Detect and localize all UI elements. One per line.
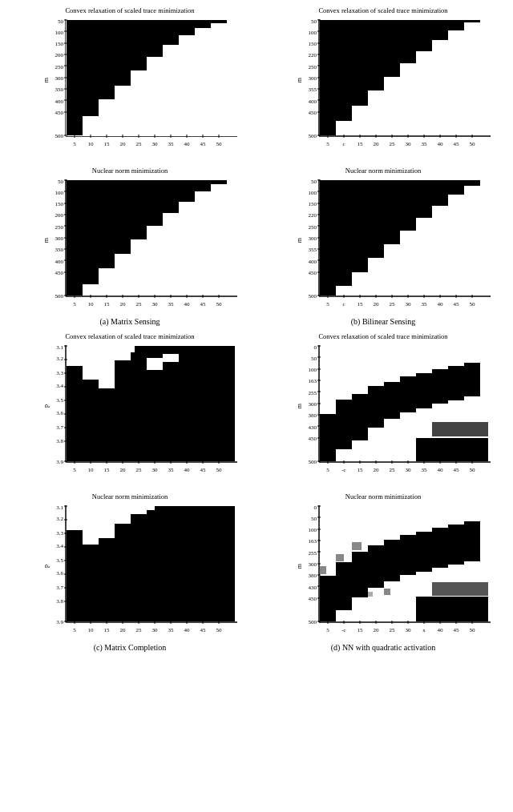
svg-rect-223 — [131, 346, 135, 352]
svg-text:35: 35 — [168, 141, 175, 147]
svg-text:m: m — [296, 563, 303, 569]
chart-a-bottom: 50 100 150 200 250 300 350 400 4 — [42, 176, 240, 311]
svg-rect-326 — [400, 376, 416, 412]
caption-b-label: (b) Bilinear Sensing — [351, 317, 416, 326]
svg-text:p: p — [42, 404, 50, 408]
svg-rect-222 — [115, 346, 131, 360]
svg-text:400: 400 — [309, 259, 317, 265]
svg-text:50: 50 — [216, 141, 223, 147]
svg-text:5: 5 — [73, 627, 76, 633]
svg-text:3.4: 3.4 — [56, 543, 63, 549]
svg-text:25: 25 — [390, 627, 396, 633]
svg-text:3.4: 3.4 — [56, 383, 63, 389]
svg-text:35: 35 — [168, 627, 175, 633]
svg-text:15: 15 — [357, 301, 364, 308]
svg-text:3.3: 3.3 — [56, 370, 63, 376]
svg-rect-378 — [320, 566, 326, 574]
svg-rect-168 — [384, 180, 400, 244]
svg-text:40: 40 — [184, 141, 191, 147]
svg-text:45: 45 — [200, 301, 207, 308]
svg-text:15: 15 — [357, 141, 364, 147]
svg-text:300: 300 — [309, 235, 317, 242]
svg-rect-387 — [432, 528, 448, 568]
panel-c: Convex relaxation of scaled trace minimi… — [3, 332, 256, 657]
svg-text:200: 200 — [55, 212, 64, 219]
svg-rect-62 — [147, 180, 163, 226]
svg-text:250: 250 — [309, 224, 317, 231]
panel-a: Convex relaxation of scaled trace minimi… — [3, 6, 256, 331]
panel-b-bottom-title: Nuclear norm minimization — [345, 167, 421, 175]
panel-d-bottom-title: Nuclear norm minimization — [345, 492, 421, 500]
svg-rect-331 — [416, 438, 488, 461]
svg-text:5: 5 — [326, 627, 329, 633]
svg-rect-66 — [211, 180, 227, 184]
svg-text:450: 450 — [309, 436, 317, 442]
svg-rect-166 — [352, 180, 368, 272]
svg-rect-271 — [83, 506, 99, 545]
svg-text:3.5: 3.5 — [56, 557, 63, 564]
svg-text:500: 500 — [309, 293, 317, 299]
svg-rect-171 — [432, 180, 448, 206]
top-row: Convex relaxation of scaled trace minimi… — [3, 6, 510, 331]
svg-text:40: 40 — [438, 627, 444, 633]
svg-text:200: 200 — [55, 52, 64, 58]
svg-text:45: 45 — [200, 467, 207, 473]
svg-text:25: 25 — [136, 301, 143, 308]
svg-text:430: 430 — [309, 585, 317, 591]
svg-text:3.6: 3.6 — [56, 570, 63, 577]
svg-text:m: m — [296, 403, 303, 408]
svg-text:3.5: 3.5 — [56, 397, 63, 404]
svg-text:c: c — [342, 301, 345, 308]
svg-text:250: 250 — [55, 64, 64, 70]
svg-text:20: 20 — [374, 627, 380, 633]
svg-text:3.9: 3.9 — [56, 619, 63, 625]
svg-text:15: 15 — [104, 301, 111, 308]
svg-text:45: 45 — [200, 627, 207, 633]
svg-rect-7 — [115, 20, 131, 86]
svg-text:25: 25 — [390, 467, 396, 473]
svg-text:500: 500 — [309, 619, 317, 625]
svg-text:150: 150 — [55, 201, 64, 207]
svg-text:3.2: 3.2 — [56, 356, 63, 362]
svg-text:400: 400 — [55, 98, 64, 105]
svg-rect-383 — [368, 545, 384, 588]
svg-rect-58 — [83, 180, 99, 284]
svg-rect-323 — [352, 394, 368, 440]
svg-rect-5 — [83, 20, 99, 116]
svg-text:30: 30 — [406, 467, 412, 473]
svg-text:255: 255 — [309, 550, 317, 557]
svg-text:40: 40 — [438, 141, 444, 147]
svg-text:3.1: 3.1 — [56, 344, 63, 351]
chart-a-top: 50 100 150 200 250 300 350 400 4 — [42, 16, 240, 151]
svg-rect-117 — [416, 20, 432, 51]
svg-text:40: 40 — [438, 467, 444, 473]
panel-a-top-title: Convex relaxation of scaled trace minimi… — [65, 6, 194, 14]
svg-text:40: 40 — [184, 627, 191, 633]
svg-text:450: 450 — [309, 270, 317, 276]
svg-text:100: 100 — [309, 30, 317, 36]
svg-rect-275 — [147, 506, 155, 510]
svg-rect-330 — [464, 363, 480, 396]
svg-rect-220 — [83, 346, 99, 380]
svg-rect-224 — [147, 358, 163, 370]
svg-text:3.7: 3.7 — [56, 585, 63, 591]
svg-text:20: 20 — [374, 301, 380, 308]
svg-text:350: 350 — [55, 247, 64, 253]
svg-text:20: 20 — [120, 141, 127, 147]
svg-text:430: 430 — [309, 424, 317, 431]
svg-text:50: 50 — [216, 301, 223, 308]
svg-text:10: 10 — [88, 301, 95, 308]
svg-rect-116 — [400, 20, 416, 63]
svg-rect-170 — [416, 180, 432, 218]
svg-text:250: 250 — [309, 64, 317, 70]
svg-text:300: 300 — [55, 75, 64, 82]
svg-rect-392 — [384, 589, 390, 595]
svg-text:40: 40 — [184, 301, 191, 308]
svg-text:45: 45 — [200, 141, 207, 147]
svg-rect-9 — [147, 20, 163, 57]
svg-text:45: 45 — [454, 141, 460, 147]
caption-a: (a) Matrix Sensing — [100, 317, 160, 326]
svg-text:150: 150 — [309, 201, 317, 207]
svg-rect-219 — [67, 346, 83, 366]
caption-c-label: (c) Matrix Completion — [94, 643, 167, 652]
